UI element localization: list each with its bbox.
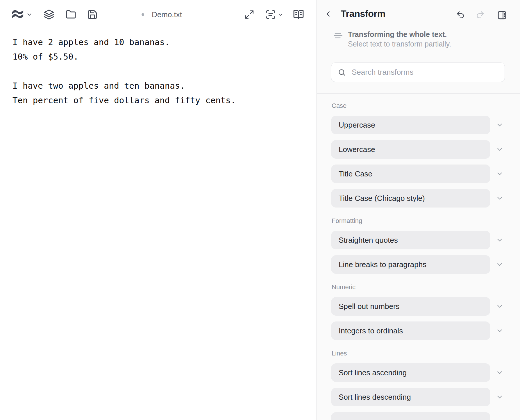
transform-row-partial — [331, 412, 520, 420]
undo-icon — [456, 10, 465, 19]
section-label: Numeric — [332, 283, 520, 291]
chevron-left-icon — [324, 10, 333, 18]
editor-pane: Demo.txt I have 2 a — [0, 0, 316, 420]
search-box — [331, 62, 505, 82]
transform-options-toggle[interactable] — [490, 369, 509, 376]
app-logo-waves-icon — [11, 8, 24, 21]
scope-description: Transforming the whole text. Select text… — [333, 30, 451, 49]
transform-options-toggle[interactable] — [490, 236, 509, 244]
chevron-down-icon — [26, 11, 33, 18]
transform-row: Straighten quotes — [331, 231, 520, 249]
transform-button[interactable]: Title Case (Chicago style) — [331, 189, 490, 208]
transform-row: Title Case (Chicago style) — [331, 189, 520, 208]
chevron-down-icon — [496, 236, 503, 244]
transform-row: Spell out numbers — [331, 297, 520, 316]
chevron-down-icon — [278, 12, 284, 18]
search-icon — [338, 68, 346, 76]
search-input[interactable] — [351, 67, 505, 77]
transform-options-toggle[interactable] — [490, 146, 509, 153]
chevron-down-icon — [496, 170, 503, 178]
transform-panel: Transform Tra — [317, 0, 520, 420]
layers-icon — [44, 9, 54, 20]
chevron-down-icon — [496, 121, 503, 129]
transform-row: Uppercase — [331, 116, 520, 134]
redo-button[interactable] — [476, 10, 485, 19]
chevron-down-icon — [496, 393, 503, 401]
book-open-icon — [293, 9, 304, 20]
transform-button[interactable]: Uppercase — [331, 116, 490, 134]
section-label: Case — [332, 102, 520, 110]
scope-description-secondary: Select text to transform partially. — [348, 39, 451, 49]
transform-list[interactable]: Case Uppercase Lowercase Title Case Titl… — [317, 94, 520, 420]
chevron-down-icon — [496, 261, 503, 268]
transform-button[interactable]: Sort lines descending — [331, 388, 490, 406]
transform-options-toggle[interactable] — [490, 194, 509, 202]
transform-button[interactable]: Integers to ordinals — [331, 321, 490, 340]
text-lines-icon — [333, 31, 343, 49]
folder-icon — [66, 9, 76, 20]
chevron-down-icon — [496, 327, 503, 335]
transform-options-toggle[interactable] — [490, 393, 509, 401]
transform-row: Sort lines descending — [331, 388, 520, 406]
panel-right-icon — [497, 10, 507, 20]
transform-button[interactable]: Line breaks to paragraphs — [331, 255, 490, 274]
transform-options-toggle[interactable] — [490, 121, 509, 129]
undo-button[interactable] — [456, 10, 465, 19]
section-label: Formatting — [332, 217, 520, 225]
panel-header: Transform — [317, 0, 520, 29]
transform-section-numeric: Numeric Spell out numbers Integers to or… — [331, 283, 520, 340]
transform-button[interactable]: Straighten quotes — [331, 231, 490, 249]
transform-row: Line breaks to paragraphs — [331, 255, 520, 274]
transform-options-toggle[interactable] — [490, 418, 509, 420]
transform-button[interactable]: Spell out numbers — [331, 297, 490, 316]
back-button[interactable] — [324, 10, 333, 18]
save-button[interactable] — [87, 9, 98, 20]
chevron-down-icon — [496, 194, 503, 202]
transform-section-formatting: Formatting Straighten quotes Line breaks… — [331, 217, 520, 274]
layers-button[interactable] — [44, 9, 54, 20]
chevron-down-icon — [496, 303, 503, 310]
focus-mode-button[interactable] — [265, 9, 284, 20]
chevron-down-icon — [496, 418, 503, 420]
section-label: Lines — [332, 349, 520, 358]
panel-title: Transform — [341, 8, 385, 19]
scan-text-icon — [265, 9, 276, 20]
transform-options-toggle[interactable] — [490, 303, 509, 310]
transform-row: Sort lines ascending — [331, 363, 520, 382]
transform-options-toggle[interactable] — [490, 170, 509, 178]
transform-section-case: Case Uppercase Lowercase Title Case Titl… — [331, 102, 520, 208]
panel-toggle-button[interactable] — [497, 10, 507, 20]
redo-icon — [476, 10, 485, 19]
document-title[interactable]: Demo.txt — [142, 10, 182, 19]
open-file-button[interactable] — [66, 9, 76, 20]
transform-row: Integers to ordinals — [331, 321, 520, 340]
save-icon — [87, 9, 98, 20]
expand-icon — [244, 10, 254, 19]
transform-options-toggle[interactable] — [490, 261, 509, 268]
transform-row: Title Case — [331, 165, 520, 183]
chevron-down-icon — [496, 369, 503, 376]
transform-section-lines: Lines Sort lines ascending Sort lines de… — [331, 349, 520, 406]
transform-button[interactable]: Sort lines ascending — [331, 363, 490, 382]
transform-row: Lowercase — [331, 140, 520, 159]
editor-text[interactable]: I have 2 apples and 10 bananas. 10% of $… — [12, 35, 236, 108]
chevron-down-icon — [496, 146, 503, 153]
app-menu-button[interactable] — [11, 8, 33, 21]
unsaved-indicator-dot — [142, 13, 144, 16]
editor-toolbar: Demo.txt — [0, 0, 316, 29]
reader-button[interactable] — [293, 9, 304, 20]
transform-options-toggle[interactable] — [490, 327, 509, 335]
scope-description-primary: Transforming the whole text. — [348, 30, 451, 39]
transform-button[interactable]: Lowercase — [331, 140, 490, 159]
filename-label: Demo.txt — [152, 10, 182, 19]
transform-button[interactable] — [331, 412, 490, 420]
fullscreen-button[interactable] — [244, 10, 254, 19]
transform-button[interactable]: Title Case — [331, 165, 490, 183]
